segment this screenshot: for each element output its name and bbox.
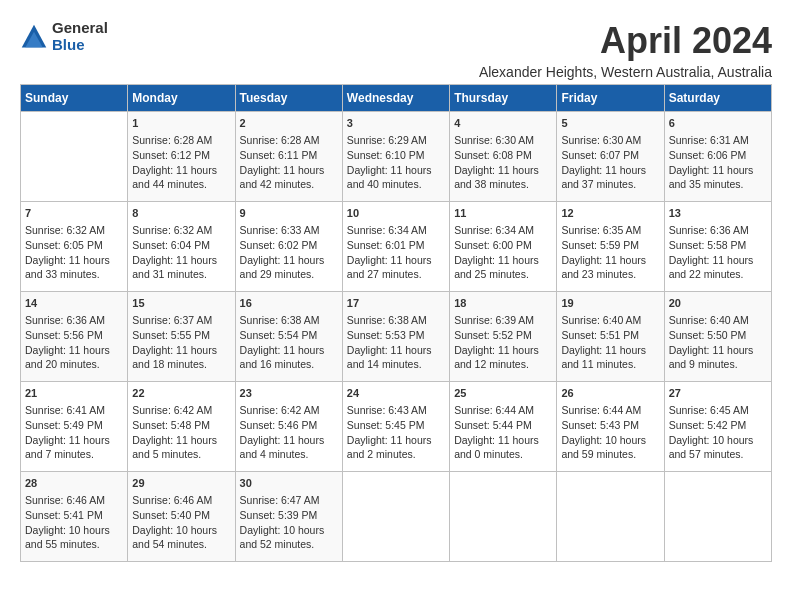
day-info: Daylight: 11 hours [669, 254, 754, 266]
day-info: Sunrise: 6:38 AM [240, 314, 320, 326]
calendar-table: SundayMondayTuesdayWednesdayThursdayFrid… [20, 84, 772, 562]
day-info: and 7 minutes. [25, 448, 94, 460]
calendar-cell [450, 472, 557, 562]
day-number: 5 [561, 116, 659, 131]
day-info: Sunset: 6:06 PM [669, 149, 747, 161]
day-info: Sunset: 5:51 PM [561, 329, 639, 341]
header-sunday: Sunday [21, 85, 128, 112]
day-number: 1 [132, 116, 230, 131]
day-number: 10 [347, 206, 445, 221]
day-info: and 11 minutes. [561, 358, 636, 370]
day-info: and 31 minutes. [132, 268, 207, 280]
day-info: and 14 minutes. [347, 358, 422, 370]
day-info: Daylight: 11 hours [25, 434, 110, 446]
calendar-cell: 30Sunrise: 6:47 AMSunset: 5:39 PMDayligh… [235, 472, 342, 562]
day-info: Daylight: 11 hours [240, 164, 325, 176]
month-title: April 2024 [479, 20, 772, 62]
day-info: Sunset: 5:49 PM [25, 419, 103, 431]
day-info: Daylight: 10 hours [240, 524, 325, 536]
day-info: and 22 minutes. [669, 268, 744, 280]
day-info: Sunrise: 6:36 AM [25, 314, 105, 326]
day-info: Sunrise: 6:34 AM [454, 224, 534, 236]
header-thursday: Thursday [450, 85, 557, 112]
day-number: 19 [561, 296, 659, 311]
day-info: Daylight: 11 hours [454, 344, 539, 356]
day-info: and 44 minutes. [132, 178, 207, 190]
location-title: Alexander Heights, Western Australia, Au… [479, 64, 772, 80]
day-info: Sunset: 6:01 PM [347, 239, 425, 251]
calendar-cell: 1Sunrise: 6:28 AMSunset: 6:12 PMDaylight… [128, 112, 235, 202]
day-number: 18 [454, 296, 552, 311]
calendar-cell: 16Sunrise: 6:38 AMSunset: 5:54 PMDayligh… [235, 292, 342, 382]
calendar-cell [664, 472, 771, 562]
day-info: Sunrise: 6:42 AM [240, 404, 320, 416]
day-info: Daylight: 11 hours [25, 254, 110, 266]
calendar-cell: 28Sunrise: 6:46 AMSunset: 5:41 PMDayligh… [21, 472, 128, 562]
week-row-4: 21Sunrise: 6:41 AMSunset: 5:49 PMDayligh… [21, 382, 772, 472]
day-info: and 23 minutes. [561, 268, 636, 280]
calendar-cell: 2Sunrise: 6:28 AMSunset: 6:11 PMDaylight… [235, 112, 342, 202]
logo-blue-text: Blue [52, 37, 108, 54]
day-info: Sunset: 5:43 PM [561, 419, 639, 431]
day-info: Sunrise: 6:43 AM [347, 404, 427, 416]
day-info: Daylight: 11 hours [25, 344, 110, 356]
week-row-5: 28Sunrise: 6:46 AMSunset: 5:41 PMDayligh… [21, 472, 772, 562]
day-info: Sunrise: 6:36 AM [669, 224, 749, 236]
day-info: Sunrise: 6:47 AM [240, 494, 320, 506]
logo-general-text: General [52, 20, 108, 37]
day-info: Sunset: 5:50 PM [669, 329, 747, 341]
page-header: General Blue April 2024 Alexander Height… [20, 20, 772, 80]
day-number: 22 [132, 386, 230, 401]
day-info: Sunset: 5:44 PM [454, 419, 532, 431]
day-info: and 0 minutes. [454, 448, 523, 460]
day-info: Sunrise: 6:37 AM [132, 314, 212, 326]
day-number: 8 [132, 206, 230, 221]
day-number: 24 [347, 386, 445, 401]
day-info: and 5 minutes. [132, 448, 201, 460]
day-info: and 29 minutes. [240, 268, 315, 280]
calendar-cell [342, 472, 449, 562]
calendar-cell: 25Sunrise: 6:44 AMSunset: 5:44 PMDayligh… [450, 382, 557, 472]
day-info: Sunrise: 6:41 AM [25, 404, 105, 416]
day-info: and 18 minutes. [132, 358, 207, 370]
week-row-1: 1Sunrise: 6:28 AMSunset: 6:12 PMDaylight… [21, 112, 772, 202]
day-info: and 57 minutes. [669, 448, 744, 460]
calendar-cell: 13Sunrise: 6:36 AMSunset: 5:58 PMDayligh… [664, 202, 771, 292]
day-number: 23 [240, 386, 338, 401]
day-info: Sunset: 5:59 PM [561, 239, 639, 251]
day-info: Sunrise: 6:31 AM [669, 134, 749, 146]
calendar-cell: 8Sunrise: 6:32 AMSunset: 6:04 PMDaylight… [128, 202, 235, 292]
calendar-cell: 10Sunrise: 6:34 AMSunset: 6:01 PMDayligh… [342, 202, 449, 292]
day-number: 21 [25, 386, 123, 401]
day-info: Sunset: 6:12 PM [132, 149, 210, 161]
day-info: Sunrise: 6:42 AM [132, 404, 212, 416]
day-info: Sunset: 5:42 PM [669, 419, 747, 431]
day-info: and 37 minutes. [561, 178, 636, 190]
day-number: 30 [240, 476, 338, 491]
day-info: Sunset: 6:04 PM [132, 239, 210, 251]
calendar-cell: 6Sunrise: 6:31 AMSunset: 6:06 PMDaylight… [664, 112, 771, 202]
day-info: and 27 minutes. [347, 268, 422, 280]
day-info: Sunrise: 6:46 AM [132, 494, 212, 506]
day-info: Sunrise: 6:46 AM [25, 494, 105, 506]
calendar-cell: 27Sunrise: 6:45 AMSunset: 5:42 PMDayligh… [664, 382, 771, 472]
calendar-cell: 12Sunrise: 6:35 AMSunset: 5:59 PMDayligh… [557, 202, 664, 292]
day-info: Daylight: 11 hours [240, 254, 325, 266]
day-number: 29 [132, 476, 230, 491]
day-info: Sunset: 5:55 PM [132, 329, 210, 341]
header-wednesday: Wednesday [342, 85, 449, 112]
day-info: Sunrise: 6:35 AM [561, 224, 641, 236]
day-info: and 33 minutes. [25, 268, 100, 280]
calendar-cell [557, 472, 664, 562]
day-number: 12 [561, 206, 659, 221]
day-number: 15 [132, 296, 230, 311]
day-number: 14 [25, 296, 123, 311]
calendar-cell [21, 112, 128, 202]
day-info: Sunset: 5:46 PM [240, 419, 318, 431]
header-friday: Friday [557, 85, 664, 112]
day-info: Daylight: 11 hours [454, 434, 539, 446]
day-info: and 2 minutes. [347, 448, 416, 460]
day-info: Daylight: 11 hours [240, 434, 325, 446]
calendar-cell: 26Sunrise: 6:44 AMSunset: 5:43 PMDayligh… [557, 382, 664, 472]
day-info: Daylight: 11 hours [347, 164, 432, 176]
